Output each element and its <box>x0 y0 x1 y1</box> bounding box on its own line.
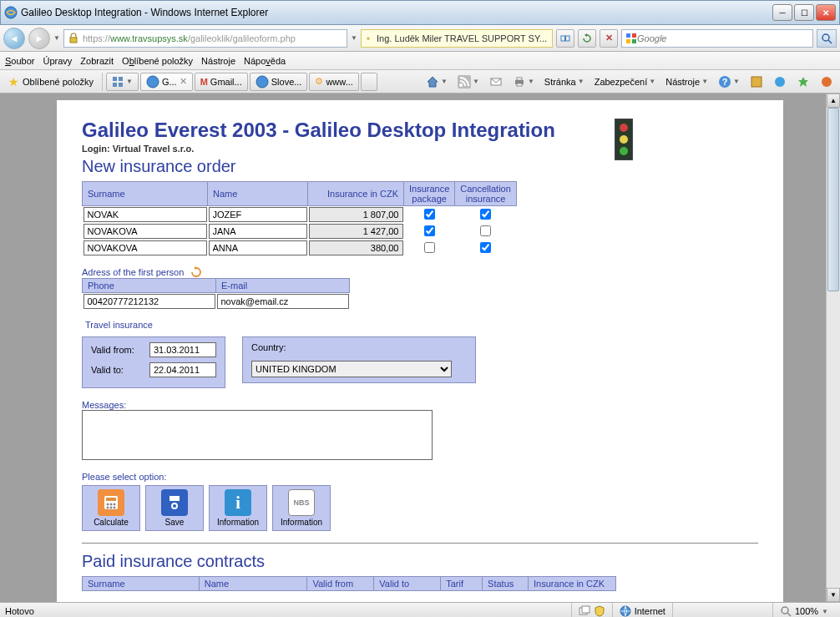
valid-from-input[interactable] <box>149 342 216 357</box>
ie-icon <box>256 75 269 89</box>
lock-icon <box>367 33 370 44</box>
name-input[interactable] <box>209 224 307 239</box>
tab-www[interactable]: ⚙www... <box>309 73 358 91</box>
col-surname: Surname <box>83 182 208 206</box>
url-protocol: https:// <box>83 33 110 43</box>
menu-zobrazit[interactable]: Zobrazit <box>80 56 114 66</box>
zoom-control[interactable]: 100% ▼ <box>772 603 835 617</box>
email-input[interactable] <box>217 294 349 309</box>
menu-nastroje[interactable]: Nástroje <box>201 56 235 66</box>
ext-icon-3[interactable] <box>793 73 813 90</box>
site-identity[interactable]: Ing. Luděk Miler TRAVEL SUPPORT SY... <box>361 29 553 48</box>
history-dropdown[interactable]: ▼ <box>53 34 60 42</box>
url-host: www.travsupsys.sk <box>110 33 188 43</box>
czk-value <box>309 224 403 239</box>
search-button[interactable] <box>817 29 837 48</box>
login-info: Login: Virtual Travel s.r.o. <box>82 144 758 154</box>
tools-menu[interactable]: Nástroje▼ <box>662 75 711 89</box>
protected-mode[interactable] <box>672 603 772 617</box>
scroll-track[interactable] <box>827 108 840 588</box>
tab-close-icon[interactable]: ✕ <box>180 76 187 87</box>
svg-rect-41 <box>582 606 590 613</box>
pkg-checkbox[interactable] <box>424 225 435 236</box>
search-input[interactable] <box>637 33 809 43</box>
refresh-button[interactable] <box>578 29 596 48</box>
back-button[interactable]: ◄ <box>3 28 25 49</box>
scroll-down-button[interactable]: ▼ <box>827 588 840 602</box>
country-box: Country: UNITED KINGDOM <box>242 336 476 383</box>
close-button[interactable]: ✕ <box>816 4 836 21</box>
save-button[interactable]: Save <box>145 485 204 531</box>
table-row <box>83 293 350 311</box>
zone-info[interactable]: Internet <box>612 603 672 617</box>
quick-tabs-button[interactable]: ▼ <box>106 73 139 91</box>
menu-upravy[interactable]: Úpravy <box>43 56 72 66</box>
stop-button[interactable]: ✕ <box>600 29 618 48</box>
tab-galileo[interactable]: G... ✕ <box>140 73 193 91</box>
refresh-icon[interactable] <box>190 266 202 278</box>
pkg-checkbox[interactable] <box>424 209 435 220</box>
cancel-checkbox[interactable] <box>480 209 491 220</box>
address-bar[interactable]: https://www.travsupsys.sk/galileoklik/ga… <box>63 29 347 48</box>
forward-button[interactable]: ► <box>28 28 50 49</box>
tab-slove[interactable]: Slove... <box>250 73 308 91</box>
home-button[interactable]: ▼ <box>423 73 451 90</box>
svg-point-39 <box>173 504 176 508</box>
mail-button[interactable] <box>486 73 506 90</box>
col-name: Name <box>199 577 307 591</box>
surname-input[interactable] <box>83 207 207 222</box>
svg-rect-29 <box>106 498 116 501</box>
col-vto: Valid to <box>374 577 441 591</box>
info-button-nbs[interactable]: NBSInformation <box>272 485 331 531</box>
name-input[interactable] <box>209 207 307 222</box>
tab-label: www... <box>326 77 352 87</box>
valid-from-label: Valid from: <box>91 345 149 355</box>
ext-icon-4[interactable] <box>817 73 837 90</box>
light-yellow <box>620 135 628 144</box>
help-icon: ? <box>718 75 731 89</box>
search-box[interactable] <box>621 29 813 48</box>
new-tab-button[interactable] <box>361 73 377 91</box>
address-dropdown[interactable]: ▼ <box>351 34 357 42</box>
travel-insurance-label: Travel insurance <box>83 320 154 330</box>
maximize-button[interactable]: ☐ <box>794 4 814 21</box>
help-button[interactable]: ?▼ <box>715 73 743 90</box>
col-pkg: Insurance package <box>404 182 455 206</box>
menu-oblibene[interactable]: Oblíbené položky <box>122 56 193 66</box>
page-document: Galileo Everest 2003 - Galileo Desktop I… <box>57 100 783 602</box>
feeds-button[interactable]: ▼ <box>454 73 483 90</box>
ext-icon-1[interactable] <box>746 73 767 90</box>
menu-soubor[interactable]: Soubor <box>5 56 34 66</box>
option-buttons: Calculate Save iInformation NBSInformati… <box>82 485 758 531</box>
phone-input[interactable] <box>83 294 215 309</box>
pkg-checkbox[interactable] <box>424 242 435 253</box>
calculate-button[interactable]: Calculate <box>82 485 140 531</box>
info-button-1[interactable]: iInformation <box>209 485 267 531</box>
favorites-button[interactable]: ★ Oblíbené položky <box>3 73 99 90</box>
page-menu[interactable]: Stránka▼ <box>541 75 588 89</box>
svg-rect-25 <box>751 77 762 87</box>
name-input[interactable] <box>209 240 307 255</box>
svg-line-44 <box>787 613 791 616</box>
surname-input[interactable] <box>83 240 207 255</box>
surname-input[interactable] <box>83 224 207 239</box>
url-path: /galileoklik/galileoform.php <box>188 33 296 43</box>
scroll-up-button[interactable]: ▲ <box>827 94 840 108</box>
security-menu[interactable]: Zabezpečení▼ <box>591 75 660 89</box>
svg-rect-6 <box>632 33 636 38</box>
messages-textarea[interactable] <box>82 410 433 460</box>
cancel-checkbox[interactable] <box>480 242 491 253</box>
country-select[interactable]: UNITED KINGDOM <box>251 361 452 377</box>
minimize-button[interactable]: ─ <box>772 4 792 21</box>
table-row <box>83 223 517 240</box>
print-button[interactable]: ▼ <box>509 73 538 90</box>
compat-button[interactable] <box>556 29 574 48</box>
svg-point-33 <box>107 507 109 509</box>
light-green <box>620 147 628 155</box>
valid-to-input[interactable] <box>149 362 216 377</box>
ext-icon-2[interactable] <box>770 73 790 90</box>
cancel-checkbox[interactable] <box>480 225 491 236</box>
scroll-thumb[interactable] <box>827 108 839 291</box>
tab-gmail[interactable]: MGmail... <box>195 73 248 91</box>
menu-napoveda[interactable]: Nápověda <box>244 56 286 66</box>
